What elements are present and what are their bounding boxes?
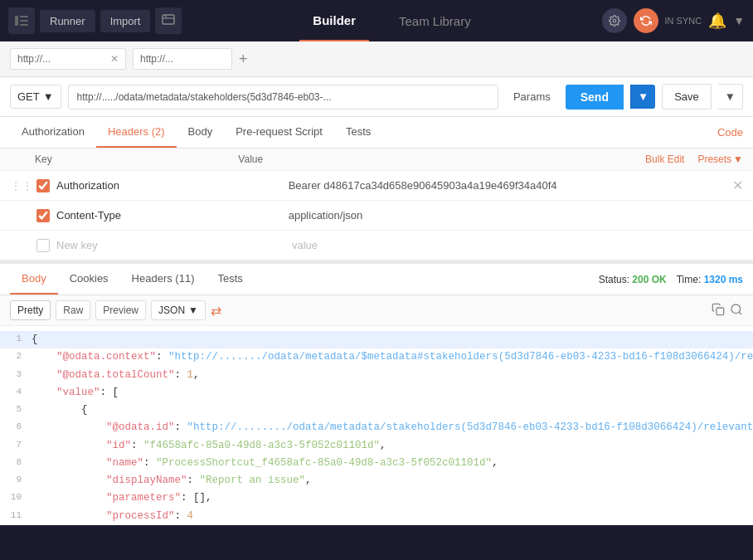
url-tabs-bar: http://... ✕ http://... +: [0, 41, 753, 77]
menu-chevron[interactable]: ▼: [733, 14, 745, 27]
format-chevron-icon: ▼: [188, 304, 198, 316]
tab-prerequest[interactable]: Pre-request Script: [224, 117, 334, 148]
presets-chevron-icon: ▼: [733, 153, 743, 165]
svg-rect-3: [20, 24, 28, 26]
row-1-value[interactable]: Bearer d48617ca34d658e90645903a4a19e469f…: [282, 178, 732, 193]
time-value: 1320 ms: [704, 274, 743, 285]
save-dropdown-button[interactable]: ▼: [718, 84, 743, 110]
tab-headers[interactable]: Headers (2): [96, 117, 177, 148]
value-col-header: Value: [238, 153, 645, 165]
pretty-button[interactable]: Pretty: [10, 300, 51, 320]
sync-status-icon[interactable]: [634, 8, 658, 33]
add-tab-button[interactable]: +: [239, 51, 248, 68]
settings-icon[interactable]: [602, 8, 627, 33]
url-tab-2-text: http://...: [140, 53, 173, 65]
tab-authorization[interactable]: Authorization: [10, 117, 96, 148]
format-selector[interactable]: JSON ▼: [151, 300, 206, 320]
svg-rect-4: [163, 15, 174, 24]
json-line: 8 "name": "ProcessShortcut_f4658afc-85a0…: [0, 455, 753, 472]
row-2-checkbox[interactable]: [36, 209, 50, 222]
svg-rect-1: [20, 16, 28, 17]
import-label: Import: [110, 15, 141, 27]
row-1-checkbox[interactable]: [36, 179, 50, 192]
line-content: "displayName": "Report an issue",: [32, 472, 746, 489]
tab-tests[interactable]: Tests: [334, 117, 382, 148]
search-button[interactable]: [730, 303, 743, 319]
notifications-bell[interactable]: 🔔: [708, 12, 726, 30]
time-label: Time: 1320 ms: [677, 274, 743, 285]
json-line: 9 "displayName": "Report an issue",: [0, 472, 753, 489]
svg-rect-8: [717, 308, 724, 315]
json-line: 2 "@odata.context": "http://......./odat…: [0, 348, 753, 366]
line-number: 9: [7, 472, 32, 489]
line-content: "@odata.totalCount": 1,: [32, 367, 746, 384]
bulk-edit-link[interactable]: Bulk Edit: [645, 153, 684, 165]
response-area: Body Cookies Headers (11) Tests Status: …: [0, 261, 753, 525]
svg-rect-2: [20, 20, 28, 22]
save-button[interactable]: Save: [662, 84, 712, 110]
sidebar-toggle[interactable]: [8, 7, 35, 34]
method-chevron-icon: ▼: [43, 90, 54, 103]
method-value: GET: [17, 90, 40, 103]
status-value: 200 OK: [632, 274, 666, 285]
params-button[interactable]: Params: [505, 85, 559, 108]
new-value-cell[interactable]: value: [285, 237, 743, 253]
filter-icon[interactable]: ⇄: [211, 303, 221, 319]
url-tab-1-close[interactable]: ✕: [110, 53, 119, 65]
line-number: 11: [7, 508, 32, 525]
line-number: 3: [7, 367, 32, 384]
presets-link[interactable]: Presets ▼: [697, 153, 743, 165]
resp-tab-headers[interactable]: Headers (11): [120, 264, 206, 295]
url-tab-1[interactable]: http://... ✕: [10, 48, 126, 70]
row-2-value[interactable]: application/json: [282, 207, 732, 223]
preview-button[interactable]: Preview: [95, 300, 146, 320]
svg-line-10: [739, 312, 741, 314]
code-link[interactable]: Code: [717, 118, 743, 147]
json-line: 3 "@odata.totalCount": 1,: [0, 367, 753, 384]
tab-body[interactable]: Body: [177, 117, 225, 148]
request-bar: GET ▼ Params Send ▼ Save ▼: [0, 77, 753, 117]
new-header-row: ⋮⋮ New key value: [0, 231, 753, 261]
headers-table: Key Value Bulk Edit Presets ▼ ⋮⋮ Authori…: [0, 149, 753, 261]
response-status-area: Status: 200 OK Time: 1320 ms: [599, 274, 743, 285]
key-col-header: Key: [35, 153, 238, 165]
svg-point-9: [731, 304, 741, 314]
send-dropdown-button[interactable]: ▼: [630, 85, 655, 109]
line-number: 10: [7, 489, 32, 507]
import-button[interactable]: Import: [100, 10, 151, 32]
resp-tab-cookies[interactable]: Cookies: [58, 264, 120, 295]
url-tab-2[interactable]: http://...: [133, 48, 232, 70]
line-number: 1: [7, 331, 32, 348]
json-line: 4 "value": [: [0, 384, 753, 402]
resp-tab-tests[interactable]: Tests: [206, 264, 254, 295]
new-row-checkbox[interactable]: [36, 239, 50, 252]
row-2-key[interactable]: Content-Type: [50, 207, 282, 223]
line-content: "@odata.context": "http://......./odata/…: [32, 348, 753, 366]
request-tabs-row: Authorization Headers (2) Body Pre-reque…: [0, 117, 753, 149]
json-line: 6 "@odata.id": "http://......../odata/me…: [0, 419, 753, 436]
line-content: "id": "f4658afc-85a0-49d8-a3c3-5f052c011…: [32, 437, 746, 455]
json-line: 1{: [0, 331, 753, 348]
url-input[interactable]: [68, 85, 498, 110]
copy-button[interactable]: [712, 303, 725, 319]
runner-button[interactable]: Runner: [40, 10, 95, 32]
row-1-delete[interactable]: ✕: [732, 178, 743, 193]
raw-button[interactable]: Raw: [56, 300, 90, 320]
new-key-cell[interactable]: New key: [50, 237, 285, 253]
svg-point-7: [613, 19, 616, 22]
resp-tab-body[interactable]: Body: [10, 264, 58, 295]
runner-label: Runner: [50, 15, 85, 27]
line-content: "processId": 4: [32, 508, 746, 525]
builder-tab[interactable]: Builder: [299, 0, 369, 41]
header-row-content-type: ⋮⋮ Content-Type application/json ✕: [0, 201, 753, 231]
line-number: 7: [7, 437, 32, 455]
line-content: "name": "ProcessShortcut_f4658afc-85a0-4…: [32, 455, 746, 472]
line-number: 8: [7, 455, 32, 472]
svg-rect-0: [15, 16, 18, 26]
line-number: 2: [7, 348, 32, 366]
team-library-tab[interactable]: Team Library: [386, 0, 484, 41]
new-tab-icon[interactable]: [155, 7, 182, 34]
send-button[interactable]: Send: [566, 85, 624, 110]
row-1-key[interactable]: Authorization: [50, 178, 282, 193]
method-selector[interactable]: GET ▼: [10, 85, 61, 109]
